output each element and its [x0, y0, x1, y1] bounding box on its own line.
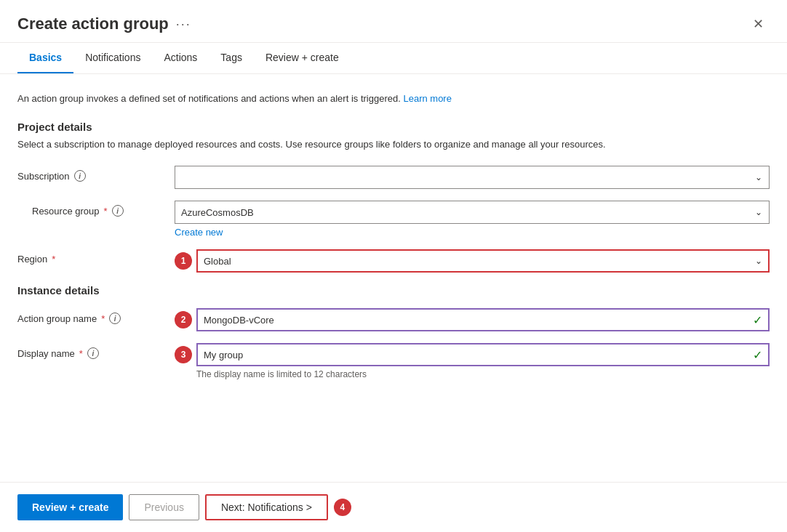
step-badge-3: 3: [175, 346, 192, 363]
resource-group-select-wrapper: AzureCosmosDB ⌄: [175, 201, 770, 224]
display-name-info-icon[interactable]: i: [87, 347, 99, 359]
dialog-header: Create action group ··· ✕: [0, 0, 787, 43]
action-group-name-label-col: Action group name * i: [17, 308, 163, 324]
dialog-ellipsis[interactable]: ···: [176, 17, 191, 32]
tab-basics[interactable]: Basics: [17, 43, 73, 73]
instance-details-section: Instance details Action group name * i 2…: [17, 284, 770, 379]
tab-review[interactable]: Review + create: [254, 43, 351, 73]
action-group-name-required: *: [101, 313, 105, 324]
display-name-step-row: 3 ✓: [175, 343, 770, 366]
region-select[interactable]: Global: [196, 249, 770, 273]
resource-group-select[interactable]: AzureCosmosDB: [175, 201, 770, 224]
info-paragraph: An action group invokes a defined set of…: [17, 92, 770, 106]
action-group-name-input[interactable]: [196, 308, 770, 331]
main-content: An action group invokes a defined set of…: [0, 74, 787, 482]
region-label: Region: [17, 254, 47, 265]
display-name-row: Display name * i 3 ✓ The display name is…: [17, 343, 770, 379]
region-row: Region * 1 Global ⌄: [17, 249, 770, 273]
subscription-info-icon[interactable]: i: [74, 170, 86, 182]
action-group-name-step-row: 2 ✓: [175, 308, 770, 331]
action-group-name-label: Action group name: [17, 313, 97, 324]
next-notifications-button[interactable]: Next: Notifications >: [205, 494, 328, 520]
resource-group-label: Resource group: [32, 206, 100, 217]
display-name-label: Display name: [17, 348, 75, 359]
subscription-select-wrapper: ⌄: [175, 166, 770, 189]
create-action-group-dialog: Create action group ··· ✕ Basics Notific…: [0, 0, 787, 532]
action-group-name-input-wrapper: ✓: [196, 308, 770, 331]
step-badge-4: 4: [334, 499, 351, 516]
next-button-wrapper: Next: Notifications > 4: [205, 494, 356, 520]
subscription-control: ⌄: [175, 166, 770, 189]
dialog-title: Create action group: [17, 15, 169, 33]
instance-details-title: Instance details: [17, 284, 770, 297]
subscription-row: Subscription i ⌄: [17, 166, 770, 189]
region-control: 1 Global ⌄: [175, 249, 770, 273]
display-name-required: *: [79, 348, 83, 359]
region-required: *: [52, 254, 55, 265]
title-row: Create action group ···: [17, 15, 191, 33]
resource-group-label-col: Resource group * i: [17, 201, 163, 217]
tab-tags[interactable]: Tags: [209, 43, 254, 73]
project-details-desc: Select a subscription to manage deployed…: [17, 137, 770, 152]
dialog-footer: Review + create Previous Next: Notificat…: [0, 482, 787, 532]
step-badge-1: 1: [175, 252, 192, 270]
action-group-name-info-icon[interactable]: i: [109, 313, 121, 324]
resource-group-row: Resource group * i AzureCosmosDB ⌄ Creat…: [17, 201, 770, 238]
resource-group-control: AzureCosmosDB ⌄ Create new: [175, 201, 770, 238]
tabs-bar: Basics Notifications Actions Tags Review…: [0, 43, 787, 74]
subscription-select[interactable]: [175, 166, 770, 189]
resource-group-required: *: [104, 206, 108, 217]
display-name-label-col: Display name * i: [17, 343, 163, 359]
region-select-wrapper: Global ⌄: [196, 249, 770, 273]
subscription-label-col: Subscription i: [17, 166, 163, 182]
action-group-name-control: 2 ✓: [175, 308, 770, 331]
subscription-label: Subscription: [17, 171, 70, 182]
tab-notifications[interactable]: Notifications: [73, 43, 152, 73]
tab-actions[interactable]: Actions: [152, 43, 209, 73]
project-details-section: Project details Select a subscription to…: [17, 121, 770, 273]
display-name-input[interactable]: [196, 343, 770, 366]
create-new-link[interactable]: Create new: [175, 227, 770, 238]
project-details-title: Project details: [17, 121, 770, 133]
region-label-col: Region *: [17, 249, 163, 265]
previous-button[interactable]: Previous: [129, 494, 199, 520]
display-name-input-wrapper: ✓: [196, 343, 770, 366]
review-create-button[interactable]: Review + create: [17, 494, 123, 520]
resource-group-info-icon[interactable]: i: [112, 205, 124, 217]
step-badge-2: 2: [175, 311, 192, 329]
display-name-control: 3 ✓ The display name is limited to 12 ch…: [175, 343, 770, 379]
region-step-row: 1 Global ⌄: [175, 249, 770, 273]
action-group-name-row: Action group name * i 2 ✓: [17, 308, 770, 331]
display-name-hint: The display name is limited to 12 charac…: [196, 369, 770, 379]
learn-more-link[interactable]: Learn more: [403, 93, 451, 104]
close-button[interactable]: ✕: [747, 13, 770, 35]
